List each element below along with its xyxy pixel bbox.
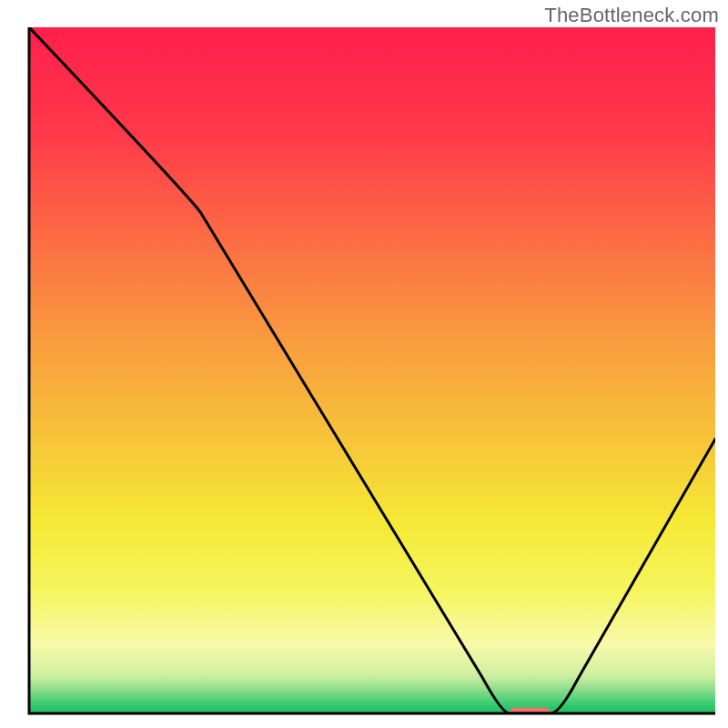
bottleneck-chart <box>0 0 728 728</box>
watermark-text: TheBottleneck.com <box>544 4 719 27</box>
chart-container: TheBottleneck.com <box>0 0 728 728</box>
plot-background <box>29 27 715 713</box>
